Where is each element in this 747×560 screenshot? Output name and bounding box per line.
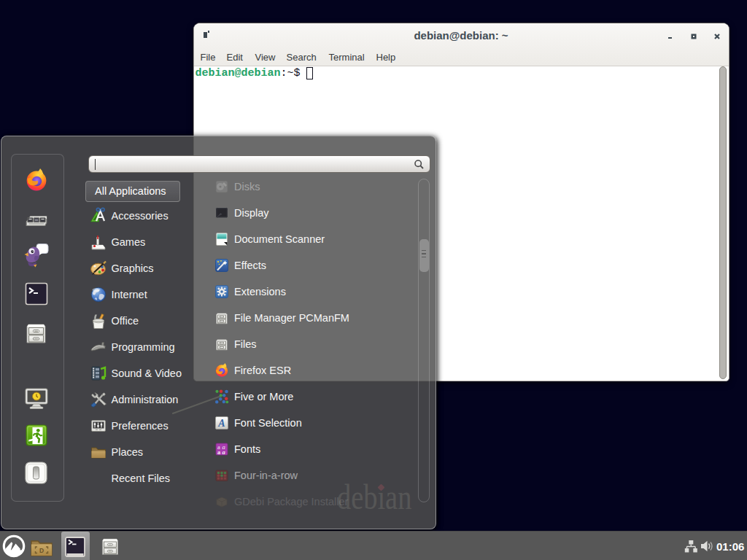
svg-text:D: D xyxy=(39,546,44,553)
svg-text:A: A xyxy=(217,418,225,429)
